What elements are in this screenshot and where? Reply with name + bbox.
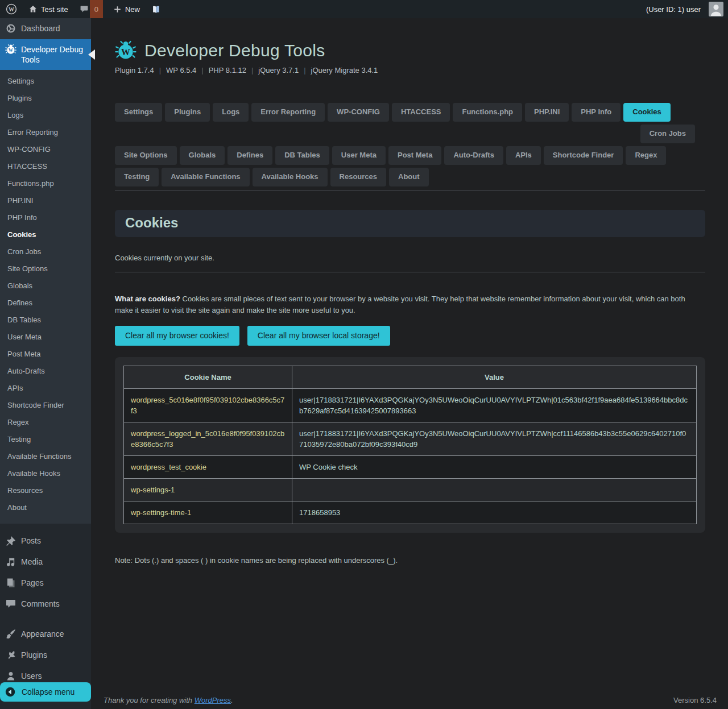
tab-plugins[interactable]: Plugins: [165, 103, 210, 122]
ddt-submenu-item-settings[interactable]: Settings: [0, 72, 91, 89]
ddt-submenu-item-php-info[interactable]: PHP Info: [0, 209, 91, 226]
sidebar-item-label: Dashboard: [21, 23, 60, 34]
ddt-submenu-item-htaccess[interactable]: HTACCESS: [0, 157, 91, 175]
tab-auto-drafts[interactable]: Auto-Drafts: [444, 146, 503, 165]
ddt-submenu-item-defines[interactable]: Defines: [0, 294, 91, 311]
tab-cookies[interactable]: Cookies: [623, 103, 671, 122]
footer-version: Version 6.5.4: [673, 696, 717, 704]
ddt-submenu-item-wp-config[interactable]: WP-CONFIG: [0, 140, 91, 157]
tab-php-info[interactable]: PHP Info: [572, 103, 621, 122]
new-content-button[interactable]: New: [107, 0, 146, 18]
ddt-submenu-item-cookies[interactable]: Cookies: [0, 226, 91, 243]
ddt-submenu-item-available-functions[interactable]: Available Functions: [0, 447, 91, 465]
tab-row-tertiary: TestingAvailable FunctionsAvailable Hook…: [115, 168, 705, 186]
ddt-submenu-item-regex[interactable]: Regex: [0, 413, 91, 430]
table-row: wordpress_5c016e8f0f95f039102cbe8366c5c7…: [124, 389, 697, 422]
column-header-value: Value: [292, 366, 697, 389]
ddt-submenu-item-plugins[interactable]: Plugins: [0, 89, 91, 106]
sidebar-item-posts[interactable]: Posts: [0, 530, 91, 552]
ddt-submenu-item-user-meta[interactable]: User Meta: [0, 328, 91, 345]
meta-separator: |: [246, 66, 258, 74]
tab-available-hooks[interactable]: Available Hooks: [253, 168, 328, 186]
tab-site-options[interactable]: Site Options: [115, 146, 177, 165]
tab-defines[interactable]: Defines: [228, 146, 272, 165]
ddt-submenu-item-error-reporting[interactable]: Error Reporting: [0, 123, 91, 140]
sidebar-item-dashboard[interactable]: Dashboard: [0, 18, 91, 39]
ddt-submenu-item-auto-drafts[interactable]: Auto-Drafts: [0, 362, 91, 379]
sidebar-item-label: Comments: [21, 599, 60, 609]
cookie-name-cell: wordpress_5c016e8f0f95f039102cbe8366c5c7…: [124, 389, 292, 422]
ddt-submenu-item-globals[interactable]: Globals: [0, 277, 91, 294]
tab-user-meta[interactable]: User Meta: [332, 146, 386, 165]
admin-sidebar: Dashboard W Developer Debug Tools Settin…: [0, 18, 91, 709]
ddt-submenu-item-cron-jobs[interactable]: Cron Jobs: [0, 243, 91, 260]
sidebar-item-label: Pages: [21, 578, 44, 588]
plus-icon: [113, 5, 122, 14]
ddt-submenu-item-functions-php[interactable]: Functions.php: [0, 175, 91, 192]
tab-logs[interactable]: Logs: [213, 103, 249, 122]
tab-settings[interactable]: Settings: [115, 103, 162, 122]
ddt-submenu-item-db-tables[interactable]: DB Tables: [0, 311, 91, 328]
tab-functions-php[interactable]: Functions.php: [453, 103, 522, 122]
tab-resources[interactable]: Resources: [330, 168, 386, 186]
tab-php-ini[interactable]: PHP.INI: [525, 103, 569, 122]
tab-regex[interactable]: Regex: [626, 146, 666, 165]
ddt-submenu-item-site-options[interactable]: Site Options: [0, 260, 91, 277]
sidebar-item-media[interactable]: Media: [0, 552, 91, 573]
tab-available-functions[interactable]: Available Functions: [162, 168, 249, 186]
debug-book-button[interactable]: [146, 0, 167, 18]
ddt-submenu-item-available-hooks[interactable]: Available Hooks: [0, 465, 91, 482]
info-text: Cookies are small pieces of text sent to…: [115, 295, 685, 314]
admin-bar: W Test site 0 New (User ID: 1) user: [0, 0, 728, 18]
comment-count-badge[interactable]: 0: [90, 0, 103, 18]
tab-cron-jobs[interactable]: Cron Jobs: [640, 125, 695, 143]
tab-testing[interactable]: Testing: [115, 168, 159, 186]
divider: [115, 272, 705, 272]
sidebar-item-label: Appearance: [21, 629, 64, 639]
tab-htaccess[interactable]: HTACCESS: [392, 103, 450, 122]
sidebar-item-label: Users: [21, 671, 42, 681]
tab-error-reporting[interactable]: Error Reporting: [251, 103, 325, 122]
new-label: New: [125, 5, 140, 14]
ddt-submenu-item-logs[interactable]: Logs: [0, 106, 91, 123]
user-info-label[interactable]: (User ID: 1) user: [646, 5, 704, 14]
site-name-link[interactable]: Test site: [23, 0, 74, 18]
tab-db-tables[interactable]: DB Tables: [275, 146, 329, 165]
sidebar-item-label: Media: [21, 557, 43, 567]
ddt-submenu-item-apis[interactable]: APIs: [0, 379, 91, 396]
sidebar-item-plugins[interactable]: Plugins: [0, 645, 91, 666]
ddt-submenu-item-resources[interactable]: Resources: [0, 482, 91, 499]
collapse-menu-button[interactable]: Collapse menu: [0, 682, 91, 702]
clear-local-storage-button[interactable]: Clear all my browser local storage!: [247, 326, 390, 346]
tab-shortcode-finder[interactable]: Shortcode Finder: [544, 146, 623, 165]
ddt-submenu-item-post-meta[interactable]: Post Meta: [0, 345, 91, 362]
media-icon: [5, 556, 16, 567]
tab-about[interactable]: About: [389, 168, 429, 186]
tab-apis[interactable]: APIs: [506, 146, 541, 165]
clear-cookies-button[interactable]: Clear all my browser cookies!: [115, 326, 239, 346]
footer-thanks: Thank you for creating with WordPress.: [104, 696, 233, 704]
ddt-submenu-item-php-ini[interactable]: PHP.INI: [0, 192, 91, 209]
page-title: Developer Debug Tools: [144, 41, 325, 60]
wordpress-link[interactable]: WordPress: [195, 696, 231, 704]
sidebar-item-appearance[interactable]: Appearance: [0, 624, 91, 645]
plugin-header: W Developer Debug Tools: [115, 40, 705, 61]
tab-post-meta[interactable]: Post Meta: [388, 146, 441, 165]
tab-globals[interactable]: Globals: [180, 146, 225, 165]
tab-wp-config[interactable]: WP-CONFIG: [328, 103, 389, 122]
bug-icon: W: [5, 44, 16, 55]
section-heading: Cookies: [125, 215, 695, 231]
meta-separator: |: [299, 66, 311, 74]
ddt-submenu-item-testing[interactable]: Testing: [0, 430, 91, 447]
user-avatar[interactable]: [709, 2, 723, 16]
tab-row-primary: SettingsPluginsLogsError ReportingWP-CON…: [115, 103, 705, 122]
sidebar-item-pages[interactable]: Pages: [0, 573, 91, 594]
plugin-version-meta: Plugin 1.7.4|WP 6.5.4|PHP 8.1.12|jQuery …: [115, 66, 705, 74]
ddt-submenu-item-shortcode-finder[interactable]: Shortcode Finder: [0, 396, 91, 413]
tab-row-secondary: Site OptionsGlobalsDefinesDB TablesUser …: [115, 146, 705, 165]
wordpress-logo-icon[interactable]: W: [0, 0, 23, 18]
ddt-submenu-item-about[interactable]: About: [0, 499, 91, 516]
meta-separator: |: [154, 66, 166, 74]
sidebar-item-comments[interactable]: Comments: [0, 594, 91, 615]
sidebar-item-developer-debug-tools[interactable]: W Developer Debug Tools: [0, 39, 91, 70]
